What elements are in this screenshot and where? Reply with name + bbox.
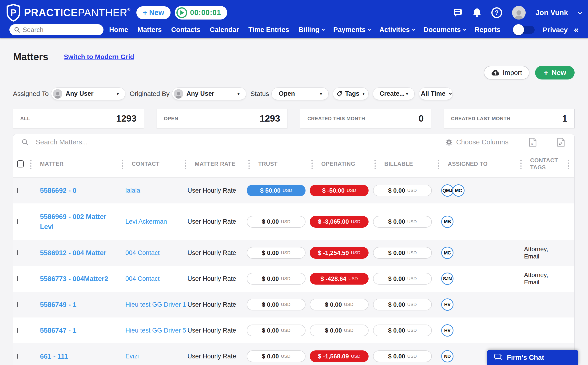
time-range-filter[interactable]: All Time xyxy=(419,87,453,100)
assignee-avatar[interactable]: QMJ xyxy=(441,184,454,197)
export-excel-icon[interactable]: x xyxy=(529,138,537,147)
originated-by-select[interactable]: Any User ▼ xyxy=(172,87,246,100)
column-drag-handle-icon[interactable] xyxy=(30,159,32,169)
nav-link-billing[interactable]: Billing xyxy=(299,26,324,34)
nav-link-home[interactable]: Home xyxy=(109,26,128,34)
matter-link[interactable]: 5586749 - 1 xyxy=(40,301,77,308)
amount-pill[interactable]: $ 0.00USD xyxy=(373,351,432,362)
amount-pill[interactable]: $ 0.00USD xyxy=(247,351,306,362)
contact-link[interactable]: Hieu test GG Driver 5 xyxy=(125,327,186,334)
matter-link[interactable]: 5586912 - 004 Matter xyxy=(40,249,106,257)
amount-pill[interactable]: $ 0.00USD xyxy=(247,247,306,259)
amount-pill[interactable]: $ 50.00USD xyxy=(247,185,306,196)
amount-pill[interactable]: $ 0.00USD xyxy=(310,324,369,336)
column-drag-handle-icon[interactable] xyxy=(122,159,123,169)
global-search-input[interactable] xyxy=(23,26,99,34)
brand-logo[interactable]: P PRACTICEPANTHER® xyxy=(6,4,130,22)
play-icon[interactable] xyxy=(176,7,187,18)
assignee-avatar[interactable]: MB xyxy=(441,216,454,228)
column-header-matter-rate[interactable]: MATTER RATE xyxy=(181,150,245,177)
amount-pill[interactable]: $ 0.00USD xyxy=(373,273,432,285)
amount-pill[interactable]: $ 0.00USD xyxy=(373,299,432,310)
notifications-bell-icon[interactable] xyxy=(473,8,482,18)
assigned-to-select[interactable]: Any User ▼ xyxy=(51,87,125,100)
table-search-input[interactable] xyxy=(36,138,438,146)
amount-pill[interactable]: $ 0.00USD xyxy=(373,185,432,196)
column-drag-handle-icon[interactable] xyxy=(568,159,569,169)
column-header-trust[interactable]: TRUST xyxy=(245,150,308,177)
messages-icon[interactable] xyxy=(453,8,463,18)
firms-chat-button[interactable]: Firm's Chat xyxy=(487,350,578,365)
tags-filter[interactable]: Tags ▼ xyxy=(333,87,369,100)
amount-pill[interactable]: $ 0.00USD xyxy=(247,216,306,228)
assignee-avatar[interactable]: SJN xyxy=(441,273,454,285)
amount-pill[interactable]: $ 0.00USD xyxy=(247,299,306,310)
contact-link[interactable]: 004 Contact xyxy=(125,275,160,282)
help-icon[interactable]: ? xyxy=(491,7,502,18)
column-drag-handle-icon[interactable] xyxy=(311,159,313,169)
column-drag-handle-icon[interactable] xyxy=(248,159,250,169)
stat-card-created-this-month[interactable]: CREATED THIS MONTH0 xyxy=(300,109,431,128)
user-menu-chevron-icon[interactable] xyxy=(578,10,582,14)
row-checkbox[interactable] xyxy=(17,328,18,333)
column-drag-handle-icon[interactable] xyxy=(520,159,522,169)
quick-new-button[interactable]: + New xyxy=(136,6,170,19)
nav-link-contacts[interactable]: Contacts xyxy=(171,26,200,34)
column-header-contact-tags[interactable]: CONTACT TAGS xyxy=(517,150,564,177)
nav-link-time-entries[interactable]: Time Entries xyxy=(248,26,289,34)
amount-pill[interactable]: $ 0.00USD xyxy=(373,247,432,259)
amount-pill[interactable]: $ -1,254.59USD xyxy=(310,247,369,259)
assignee-avatar[interactable]: MC xyxy=(452,184,464,197)
row-checkbox[interactable] xyxy=(17,250,18,255)
column-header-assigned-to[interactable]: ASSIGNED TO xyxy=(434,150,517,177)
nav-link-documents[interactable]: Documents xyxy=(424,26,465,34)
row-checkbox[interactable] xyxy=(17,188,18,193)
row-checkbox[interactable] xyxy=(17,302,18,307)
amount-pill[interactable]: $ 0.00USD xyxy=(373,324,432,336)
row-checkbox[interactable] xyxy=(17,354,18,359)
amount-pill[interactable]: $ 0.00USD xyxy=(247,324,306,336)
amount-pill[interactable]: $ -1,568.09USD xyxy=(310,351,369,362)
collapse-nav-icon[interactable]: « xyxy=(574,25,579,35)
nav-link-calendar[interactable]: Calendar xyxy=(210,26,239,34)
amount-pill[interactable]: $ 0.00USD xyxy=(373,216,432,228)
nav-link-activities[interactable]: Activities xyxy=(379,26,414,34)
nav-link-matters[interactable]: Matters xyxy=(138,26,162,34)
column-header-contact[interactable]: CONTACT xyxy=(118,150,181,177)
new-matter-button[interactable]: + New xyxy=(535,66,574,79)
global-search[interactable] xyxy=(9,24,104,35)
import-button[interactable]: Import xyxy=(484,66,529,79)
contact-link[interactable]: Levi Ackerman xyxy=(125,218,167,225)
timer-widget[interactable]: 00:00:01 xyxy=(175,6,227,20)
stat-card-all[interactable]: ALL1293 xyxy=(13,109,144,128)
user-menu[interactable]: Jon Vunk xyxy=(536,8,568,17)
amount-pill[interactable]: $ 0.00USD xyxy=(310,299,369,310)
column-header-matter[interactable]: MATTER xyxy=(26,150,118,177)
amount-pill[interactable]: $ -428.64USD xyxy=(310,273,369,285)
privacy-toggle[interactable] xyxy=(513,24,535,35)
user-avatar[interactable] xyxy=(512,6,526,20)
contact-link[interactable]: 004 Contact xyxy=(125,249,160,256)
created-filter[interactable]: Create... ▼ xyxy=(373,87,415,100)
switch-to-modern-grid-link[interactable]: Switch to Modern Grid xyxy=(64,53,134,61)
contact-link[interactable]: Evizi xyxy=(125,353,139,360)
stat-card-open[interactable]: OPEN1293 xyxy=(157,109,288,128)
column-header-operating[interactable]: OPERATING xyxy=(308,150,371,177)
amount-pill[interactable]: $ 0.00USD xyxy=(247,273,306,285)
assignee-avatar[interactable]: MC xyxy=(441,247,454,259)
assignee-avatar[interactable]: ND xyxy=(441,350,454,362)
assignee-avatar[interactable]: HV xyxy=(441,324,454,337)
status-select[interactable]: Open ▼ xyxy=(271,87,329,100)
column-header-billable[interactable]: BILLABLE xyxy=(371,150,434,177)
select-all-checkbox[interactable] xyxy=(17,160,24,168)
row-checkbox[interactable] xyxy=(17,219,18,224)
column-drag-handle-icon[interactable] xyxy=(185,159,186,169)
column-drag-handle-icon[interactable] xyxy=(374,159,376,169)
matter-link[interactable]: 5586969 - 002 Matter Levi xyxy=(40,213,106,230)
assignee-avatar[interactable]: HV xyxy=(441,298,454,311)
stat-card-created-last-month[interactable]: CREATED LAST MONTH1 xyxy=(444,109,575,128)
column-drag-handle-icon[interactable] xyxy=(438,159,439,169)
matter-link[interactable]: 5586692 - 0 xyxy=(40,187,77,194)
amount-pill[interactable]: $ -50.00USD xyxy=(310,185,369,196)
nav-link-payments[interactable]: Payments xyxy=(333,26,370,34)
